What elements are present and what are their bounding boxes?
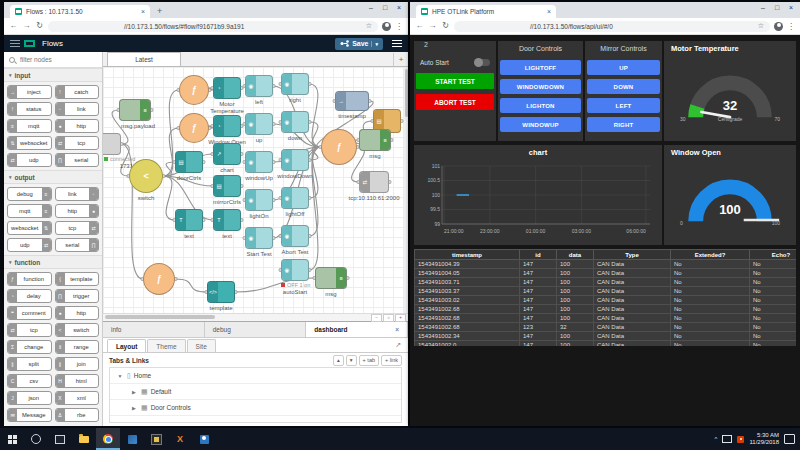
tree-item-home[interactable]: ▼▯Home — [110, 368, 401, 384]
minimize-button[interactable]: – — [756, 2, 770, 14]
mirror-button-left[interactable]: LEFT — [587, 98, 660, 113]
flow-node-f2[interactable]: ƒ — [179, 113, 209, 143]
palette-node-catch[interactable]: !catch — [55, 85, 100, 99]
url-field[interactable]: //10.173.1.50/flows/#flow/f91671b9.9a191… — [48, 21, 378, 32]
tree-item-default[interactable]: ▶▦Default — [110, 384, 401, 400]
flow-node-timestamp[interactable]: → — [335, 91, 369, 111]
action-center-icon[interactable] — [784, 434, 795, 444]
bookmark-star-icon[interactable]: ☆ — [366, 22, 372, 30]
palette-node-json[interactable]: Jjson — [7, 391, 52, 405]
taskbar-start-icon[interactable] — [0, 428, 24, 450]
scrollbar-thumb[interactable] — [105, 315, 215, 319]
forward-icon[interactable]: → — [22, 21, 31, 31]
browser-tab-dashboard[interactable]: HPE OTLink Platform × — [416, 5, 556, 18]
palette-node-tcp[interactable]: ⇄tcp — [7, 323, 52, 337]
flow-node-btn-windowUp[interactable]: ◉ — [245, 151, 273, 173]
refresh-icon[interactable]: ↻ — [441, 21, 450, 31]
start-test-button[interactable]: START TEST — [416, 73, 494, 89]
url-field[interactable]: //10.173.1.50/flows/api/ui/#/0 ☆ — [454, 21, 770, 32]
palette-node-trigger[interactable]: ∏trigger — [55, 289, 100, 303]
expand-icon[interactable]: ▶ — [130, 389, 138, 395]
palette-node-serial[interactable]: ∏serial — [55, 153, 100, 167]
palette-search[interactable] — [4, 52, 102, 68]
taskbar-person-icon[interactable] — [192, 428, 216, 450]
flow-node-btn-lightOn[interactable]: ◉ — [245, 189, 273, 211]
taskbar-appblue-icon[interactable] — [120, 428, 144, 450]
mirror-button-down[interactable]: DOWN — [587, 79, 660, 94]
browser-menu-icon[interactable]: ⋮ — [395, 22, 403, 31]
palette-node-template[interactable]: {template — [55, 272, 100, 286]
palette-node-debug[interactable]: ≡debug — [7, 187, 52, 201]
palette-node-mqtt[interactable]: ≡mqtt — [7, 119, 52, 133]
palette-node-http[interactable]: ●http — [55, 306, 100, 320]
maximize-button[interactable]: □ — [378, 2, 392, 14]
door-button-lightoff[interactable]: LIGHTOFF — [500, 60, 581, 75]
close-button[interactable]: × — [784, 2, 798, 14]
panel-tab-info[interactable]: info — [103, 322, 205, 337]
flow-node-autoStart[interactable]: ◉ — [281, 259, 309, 281]
flow-node-f4[interactable]: ƒ — [143, 263, 175, 295]
flow-node-doorCtrls[interactable]: ▤ — [175, 151, 203, 173]
new-tab-button[interactable]: + — [157, 4, 162, 18]
flow-node-f1[interactable]: ƒ — [179, 75, 209, 105]
flow-node-gauge-window[interactable]: ◔ — [213, 115, 241, 137]
flow-node-f3[interactable]: ƒ — [321, 129, 357, 165]
column-header-data[interactable]: data — [557, 250, 594, 260]
palette-node-switch[interactable]: <switch — [55, 323, 100, 337]
subtab-layout[interactable]: Layout — [107, 339, 146, 352]
browser-tab-flows[interactable]: Flows : 10.173.1.50 × — [10, 5, 150, 18]
tree-item-door-controls[interactable]: ▶▦Door Controls — [110, 400, 401, 416]
flow-node-btn-windowDown[interactable]: ◉ — [281, 149, 309, 171]
forward-icon[interactable]: → — [428, 21, 437, 31]
palette-node-tcp[interactable]: ⇄tcp — [55, 221, 100, 235]
palette-category-function[interactable]: ▾function — [4, 255, 102, 269]
tab-close-icon[interactable]: × — [141, 8, 145, 15]
flow-node-msg1[interactable]: ≡ — [359, 129, 391, 151]
canvas-horizontal-scrollbar[interactable]: − ○ + — [103, 313, 408, 321]
bookmark-star-icon[interactable]: ☆ — [758, 22, 764, 30]
flow-node-gauge-motor[interactable]: ◔ — [213, 77, 241, 99]
flow-node-btn-right[interactable]: ◉ — [281, 73, 309, 95]
flow-node-chart-node[interactable]: ↗ — [213, 143, 241, 165]
palette-node-http[interactable]: ●http — [55, 204, 100, 218]
mirror-button-up[interactable]: UP — [587, 60, 660, 75]
minimize-button[interactable]: – — [364, 2, 378, 14]
palette-node-link[interactable]: ◦link — [55, 102, 100, 116]
save-button[interactable]: Save ▾ — [335, 38, 383, 50]
palette-node-mqtt[interactable]: ≡mqtt — [7, 204, 52, 218]
taskbar-chrome-icon[interactable] — [96, 428, 120, 450]
flow-node-btn-lightOff[interactable]: ◉ — [281, 187, 309, 209]
palette-node-join[interactable]: ∥join — [55, 357, 100, 371]
auto-start-toggle[interactable] — [475, 59, 490, 66]
column-header-echo[interactable]: Echo? — [750, 250, 797, 260]
palette-node-websocket[interactable]: ⇅websocket — [7, 221, 52, 235]
taskbar-appbox-icon[interactable] — [144, 428, 168, 450]
move-down-button[interactable]: ▾ — [346, 355, 357, 366]
zoom-out-button[interactable]: − — [371, 314, 382, 322]
abort-test-button[interactable]: ABORT TEST — [416, 94, 494, 110]
profile-avatar[interactable] — [774, 22, 783, 31]
palette-node-delay[interactable]: ◔delay — [7, 289, 52, 303]
browser-menu-icon[interactable]: ⋮ — [787, 22, 795, 31]
flow-tab-latest[interactable]: Latest — [107, 52, 181, 66]
flow-canvas[interactable]: ⇄connected1731.31.2000≡msg.payload<switc… — [103, 67, 408, 313]
palette-node-rbe[interactable]: Δrbe — [55, 408, 100, 422]
refresh-icon[interactable]: ↻ — [35, 21, 44, 31]
flow-node-msg-payload[interactable]: ≡ — [119, 99, 151, 121]
move-up-button[interactable]: ▴ — [333, 355, 344, 366]
collapse-icon[interactable]: ▼ — [116, 373, 124, 379]
flow-node-btn-up[interactable]: ◉ — [245, 113, 273, 135]
hamburger-menu-icon[interactable] — [392, 40, 402, 48]
palette-node-serial[interactable]: ∏serial — [55, 238, 100, 252]
close-button[interactable]: × — [392, 2, 406, 14]
flow-node-msg2[interactable]: ≡ — [315, 267, 347, 289]
zoom-in-button[interactable]: + — [395, 314, 406, 322]
tray-expand-icon[interactable]: ^ — [715, 436, 718, 442]
palette-node-change[interactable]: Σchange — [7, 340, 52, 354]
palette-node-comment[interactable]: ❝comment — [7, 306, 52, 320]
taskbar-folder-icon[interactable] — [72, 428, 96, 450]
palette-node-udp[interactable]: ⇄udp — [7, 153, 52, 167]
search-input[interactable] — [18, 55, 94, 64]
expand-icon[interactable]: ▶ — [130, 405, 138, 411]
palette-node-http[interactable]: ●http — [55, 119, 100, 133]
